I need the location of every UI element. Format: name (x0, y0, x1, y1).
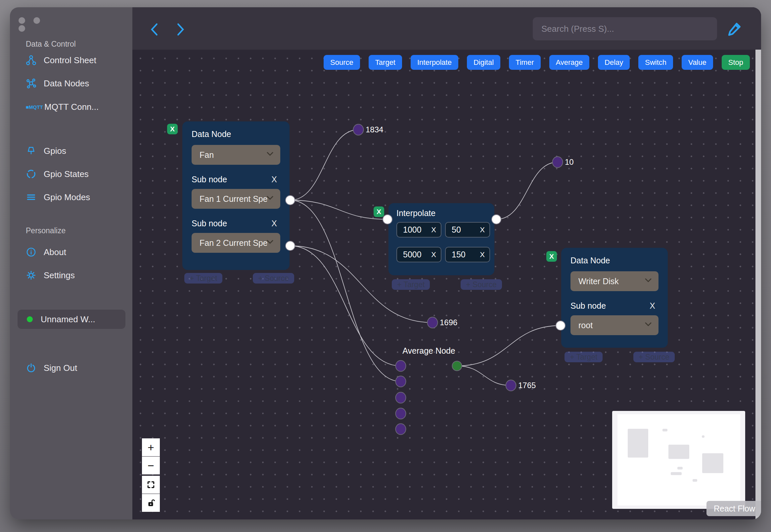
writer-add-target-button[interactable]: + Target (565, 352, 603, 362)
add-switch-node-button[interactable]: Switch (638, 55, 673, 70)
clear-input-button[interactable]: X (480, 250, 485, 259)
clear-input-button[interactable]: X (480, 226, 485, 234)
writer-add-source-button[interactable]: + Source (633, 352, 675, 362)
average-input-handle-5[interactable] (395, 423, 406, 435)
fan-sub2-source-handle[interactable] (285, 241, 295, 251)
writer-sub-select[interactable]: root (570, 315, 658, 335)
add-value-node-button[interactable]: Value (682, 55, 713, 70)
average-input-handle-1[interactable] (395, 360, 406, 372)
edge-average-to-writer[interactable] (457, 326, 561, 366)
value-dot-1834[interactable] (353, 124, 364, 136)
average-input-handle-4[interactable] (395, 408, 406, 420)
window-minimize-button[interactable] (33, 17, 40, 24)
fan-type-select[interactable]: Fan (192, 145, 280, 165)
edge-fan1-to-average[interactable] (290, 200, 401, 381)
edge-average-to-1765[interactable] (457, 366, 511, 385)
sidebar-item-settings[interactable]: Settings (26, 270, 75, 281)
average-output-handle[interactable] (452, 361, 462, 371)
interpolate-node[interactable]: Interpolate 1000 X 50 X 5000 X 150 X (388, 203, 494, 275)
interpolate-input-3[interactable]: 5000 X (396, 247, 441, 262)
value-dot-1765[interactable] (506, 380, 517, 391)
chevron-down-icon (645, 322, 652, 327)
sidebar-item-control-sheet[interactable]: Control Sheet (26, 55, 96, 66)
fan-data-node[interactable]: Data Node Fan Sub node X Fan 1 Current S… (182, 121, 290, 270)
add-average-node-button[interactable]: Average (549, 55, 590, 70)
fit-view-button[interactable] (142, 476, 160, 494)
chevron-down-icon (266, 240, 274, 244)
sidebar-item-gpio-states[interactable]: Gpio States (26, 169, 89, 179)
fan-sub1-source-handle[interactable] (285, 195, 295, 205)
edit-pencil-icon[interactable] (726, 20, 744, 38)
interpolate-add-target-button[interactable]: + Target (392, 279, 430, 290)
fan-add-target-button[interactable]: + Target (184, 273, 222, 284)
remove-sub-node-button[interactable]: X (271, 219, 280, 228)
add-source-node-button[interactable]: Source (324, 55, 360, 70)
writer-data-node[interactable]: Data Node Writer Disk Sub node X root (561, 248, 668, 348)
sidebar-item-mqtt-connections[interactable]: ■MQTT MQTT Conn... (26, 102, 99, 112)
workspace-label: Unnamed W... (41, 314, 95, 325)
fan-add-source-button[interactable]: + Source (253, 273, 294, 284)
add-timer-node-button[interactable]: Timer (509, 55, 540, 70)
writer-type-select[interactable]: Writer Disk (570, 271, 658, 291)
zoom-out-button[interactable]: − (142, 457, 160, 474)
interpolate-input-1[interactable]: 1000 X (396, 222, 441, 238)
remove-sub-node-button[interactable]: X (271, 175, 280, 184)
fan-sub2-select[interactable]: Fan 2 Current Spe (192, 233, 280, 253)
sidebar-item-data-nodes[interactable]: Data Nodes (26, 78, 89, 89)
sidebar-item-label: Control Sheet (44, 55, 96, 66)
value-dot-1696[interactable] (427, 317, 438, 329)
vertical-scrollbar[interactable] (755, 50, 761, 519)
add-digital-node-button[interactable]: Digital (467, 55, 500, 70)
remove-sub-node-button[interactable]: X (650, 301, 658, 311)
interpolate-input-4[interactable]: 150 X (445, 247, 490, 262)
edge-interpolate-to-10[interactable] (496, 162, 558, 219)
interpolate-source-handle[interactable] (491, 214, 501, 224)
sidebar-item-gpios[interactable]: Gpios (26, 146, 66, 156)
window-close-button[interactable] (19, 17, 25, 24)
stop-button[interactable]: Stop (722, 55, 750, 70)
chevron-down-icon (266, 152, 274, 156)
minimap[interactable] (612, 411, 745, 509)
edge-fan1-to-1834[interactable] (290, 130, 358, 200)
sidebar-item-gpio-modes[interactable]: Gpio Modes (26, 192, 90, 202)
interpolate-node-delete-button[interactable]: X (374, 206, 384, 217)
edge-value-label: 1765 (518, 381, 536, 390)
select-value: Writer Disk (578, 277, 619, 286)
fan-node-delete-button[interactable]: X (167, 124, 178, 134)
value-dot-10[interactable] (552, 156, 563, 168)
interpolate-input-2[interactable]: 50 X (445, 222, 490, 238)
sidebar-item-about[interactable]: About (26, 247, 66, 257)
sidebar-item-workspace[interactable]: Unnamed W... (18, 310, 125, 329)
add-delay-node-button[interactable]: Delay (598, 55, 630, 70)
sidebar-item-label: Data Nodes (44, 78, 89, 89)
fan-sub1-select[interactable]: Fan 1 Current Spe (192, 189, 280, 209)
minimap-node (671, 472, 682, 475)
forward-button[interactable] (175, 23, 186, 36)
interpolate-target-handle[interactable] (383, 214, 392, 224)
writer-node-delete-button[interactable]: X (546, 251, 557, 262)
edge-fan1-to-interpolate[interactable] (290, 200, 387, 219)
minimap-node (628, 429, 648, 458)
writer-target-handle[interactable] (556, 321, 566, 331)
average-input-handle-3[interactable] (395, 392, 406, 404)
flow-canvas[interactable]: Source Target Interpolate Digital Timer … (132, 50, 761, 519)
minimap-node (677, 467, 683, 469)
select-value: Fan 2 Current Spe (200, 238, 268, 248)
add-interpolate-node-button[interactable]: Interpolate (411, 55, 458, 70)
add-target-node-button[interactable]: Target (369, 55, 402, 70)
lock-toggle-button[interactable] (142, 494, 160, 512)
interpolate-add-source-button[interactable]: + Source (461, 279, 502, 290)
zoom-in-button[interactable]: + (142, 438, 160, 456)
clear-input-button[interactable]: X (431, 226, 436, 234)
window-zoom-button[interactable] (19, 25, 25, 32)
back-button[interactable] (149, 23, 160, 36)
sidebar-item-sign-out[interactable]: Sign Out (26, 363, 77, 373)
input-value: 5000 (403, 250, 422, 259)
minimap-node (668, 445, 689, 459)
sub-node-label: Sub node (192, 219, 227, 228)
sub-node-row: Sub node X (192, 175, 280, 184)
search-input[interactable] (533, 17, 717, 40)
clear-input-button[interactable]: X (431, 250, 436, 259)
average-input-handle-2[interactable] (395, 376, 406, 387)
sub-node-row: Sub node X (192, 219, 280, 228)
